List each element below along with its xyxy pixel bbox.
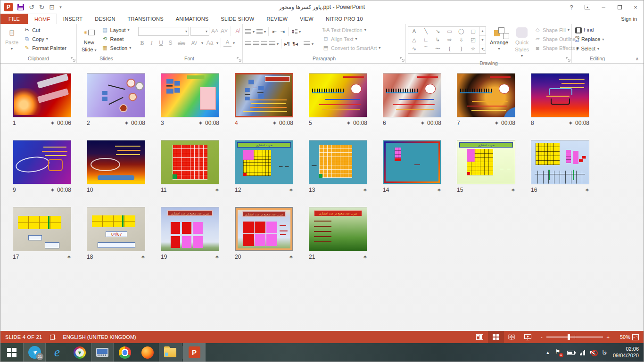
- zoom-slider-thumb[interactable]: [568, 334, 570, 340]
- taskbar-onscreen-keyboard-button[interactable]: [91, 343, 114, 362]
- save-icon[interactable]: [17, 4, 24, 10]
- copy-button[interactable]: ⧉Copy▾: [22, 35, 68, 42]
- slide-14-thumbnail[interactable]: [383, 140, 441, 184]
- decrease-indent-icon[interactable]: ⇤: [271, 29, 278, 35]
- slide-1-thumbnail[interactable]: [13, 73, 71, 117]
- font-color-icon[interactable]: A: [223, 39, 231, 47]
- zoom-percentage[interactable]: 50%: [614, 334, 630, 340]
- show-hidden-icons-icon[interactable]: ▲: [546, 350, 550, 355]
- zoom-out-icon[interactable]: -: [541, 334, 543, 340]
- rtl-direction-icon[interactable]: ¶◂: [292, 41, 298, 47]
- section-button[interactable]: ▦Section▾: [100, 44, 133, 51]
- text-shadow-icon[interactable]: S: [166, 40, 174, 46]
- input-language-indicator[interactable]: فا: [603, 349, 607, 356]
- tab-home[interactable]: HOME: [28, 14, 57, 24]
- transition-star-icon[interactable]: ✶: [437, 187, 441, 193]
- slide-20-thumbnail[interactable]: ضرب عدد صحيح در عدد اعشاري: [235, 207, 293, 251]
- left-brace-shape-icon[interactable]: {: [449, 46, 451, 51]
- action-center-flag-icon[interactable]: [555, 349, 562, 356]
- star-shape-icon[interactable]: ☆: [471, 46, 476, 52]
- transition-star-icon[interactable]: ✶: [67, 254, 71, 260]
- bullets-icon[interactable]: [245, 29, 251, 35]
- line-shape-icon[interactable]: ╲: [424, 28, 428, 34]
- taskbar-idm-button[interactable]: ▼: [68, 343, 91, 362]
- volume-muted-icon[interactable]: [590, 349, 597, 355]
- elbow-arrow-shape-icon[interactable]: ↳: [436, 37, 440, 43]
- undo-icon[interactable]: ↺: [29, 4, 34, 10]
- transition-star-icon[interactable]: ✶: [50, 187, 55, 193]
- line-spacing-icon[interactable]: ⇕: [291, 29, 297, 35]
- slide-4-thumbnail[interactable]: [235, 73, 293, 117]
- transition-star-icon[interactable]: ✶: [124, 120, 129, 126]
- transition-star-icon[interactable]: ✶: [495, 120, 499, 126]
- transition-star-icon[interactable]: ✶: [198, 120, 203, 126]
- taskbar-firefox-button[interactable]: [136, 343, 159, 362]
- decrease-font-size-icon[interactable]: A˅: [220, 28, 228, 34]
- transition-star-icon[interactable]: ✶: [569, 120, 573, 126]
- italic-icon[interactable]: I: [148, 40, 156, 47]
- arrow-shape-icon[interactable]: ↘: [436, 28, 440, 34]
- layout-button[interactable]: ▤Layout▾: [100, 26, 133, 33]
- shapes-gallery-scrollbar[interactable]: ▲▼▼̲: [479, 26, 486, 54]
- taskbar-internet-explorer-button[interactable]: e: [46, 343, 68, 362]
- zoom-slider[interactable]: [546, 337, 603, 337]
- slide-5-thumbnail[interactable]: [309, 73, 367, 117]
- oval-shape-icon[interactable]: ◯: [458, 28, 464, 34]
- triangle-shape-icon[interactable]: △: [412, 37, 416, 43]
- align-center-icon[interactable]: [253, 41, 259, 47]
- taskbar-clock[interactable]: 02:06 09/04/2020: [612, 346, 639, 359]
- align-right-icon[interactable]: [261, 41, 267, 47]
- slide-12-thumbnail[interactable]: ضرب اعشاري: [235, 140, 293, 184]
- elbow-shape-icon[interactable]: ∟: [423, 37, 429, 42]
- transition-star-icon[interactable]: ✶: [511, 187, 515, 193]
- tab-file[interactable]: FILE: [0, 14, 28, 24]
- format-painter-button[interactable]: ✎Format Painter: [22, 44, 68, 51]
- corner-shape-icon[interactable]: ◰: [471, 37, 475, 43]
- new-slide-button[interactable]: ✷ New Slide ▾: [79, 25, 99, 54]
- slide-9-thumbnail[interactable]: [13, 140, 71, 184]
- increase-font-size-icon[interactable]: A˄: [211, 28, 219, 34]
- increase-indent-icon[interactable]: ⇥: [279, 29, 286, 35]
- zoom-in-icon[interactable]: +: [607, 334, 610, 340]
- tab-animations[interactable]: ANIMATIONS: [170, 14, 215, 24]
- paragraph-dialog-launcher-icon[interactable]: [400, 57, 405, 62]
- start-slideshow-icon[interactable]: ⊡: [49, 4, 55, 10]
- taskbar-chrome-button[interactable]: [114, 343, 136, 362]
- help-icon[interactable]: ?: [563, 0, 579, 14]
- taskbar-file-explorer-button[interactable]: [159, 343, 182, 362]
- rounded-rectangle-shape-icon[interactable]: ▢: [471, 28, 475, 34]
- transition-star-icon[interactable]: ✶: [272, 120, 277, 126]
- convert-smartart-button[interactable]: ⬒Convert to SmartArt▾: [321, 44, 382, 51]
- columns-icon[interactable]: [304, 41, 310, 47]
- battery-icon[interactable]: [567, 351, 575, 355]
- transition-star-icon[interactable]: ✶: [50, 120, 55, 126]
- clipboard-dialog-launcher-icon[interactable]: [71, 57, 75, 62]
- transition-star-icon[interactable]: ✶: [585, 187, 589, 193]
- tab-insert[interactable]: INSERT: [57, 14, 89, 24]
- transition-star-icon[interactable]: ✶: [347, 120, 351, 126]
- tab-transitions[interactable]: TRANSITIONS: [122, 14, 170, 24]
- transition-star-icon[interactable]: ✶: [363, 187, 367, 193]
- transition-star-icon[interactable]: ✶: [289, 254, 293, 260]
- transition-star-icon[interactable]: ✶: [215, 187, 219, 193]
- slide-18-thumbnail[interactable]: 84/67: [87, 207, 145, 251]
- paste-button[interactable]: 📋 Paste▾: [2, 25, 21, 52]
- shapes-gallery[interactable]: A╲↘▭◯▢△∟↳⇨⇩◰∿⌒〜{}☆: [408, 26, 479, 54]
- slide-10-thumbnail[interactable]: [87, 140, 145, 184]
- replace-button[interactable]: abacReplace▾: [574, 35, 605, 43]
- font-dialog-launcher-icon[interactable]: [237, 57, 241, 62]
- slide-17-thumbnail[interactable]: [13, 207, 71, 251]
- down-arrow-shape-icon[interactable]: ⇩: [459, 37, 463, 43]
- slide-19-thumbnail[interactable]: ضرب عدد صحيح در عدد اعشاري: [161, 207, 219, 251]
- transition-star-icon[interactable]: ✶: [289, 187, 293, 193]
- character-spacing-icon[interactable]: AV: [189, 41, 200, 46]
- scribble-shape-icon[interactable]: ∿: [412, 46, 416, 52]
- transition-star-icon[interactable]: ✶: [363, 254, 367, 260]
- slide-6-thumbnail[interactable]: [383, 73, 441, 117]
- text-box-shape-icon[interactable]: A: [413, 28, 416, 34]
- transition-star-icon[interactable]: ✶: [421, 120, 425, 126]
- taskbar-telegram-button[interactable]: ➤ 21: [23, 343, 46, 362]
- change-case-icon[interactable]: Aa: [205, 40, 215, 46]
- transition-star-icon[interactable]: ✶: [215, 254, 219, 260]
- quick-styles-button[interactable]: Quick Styles ▾: [512, 25, 532, 60]
